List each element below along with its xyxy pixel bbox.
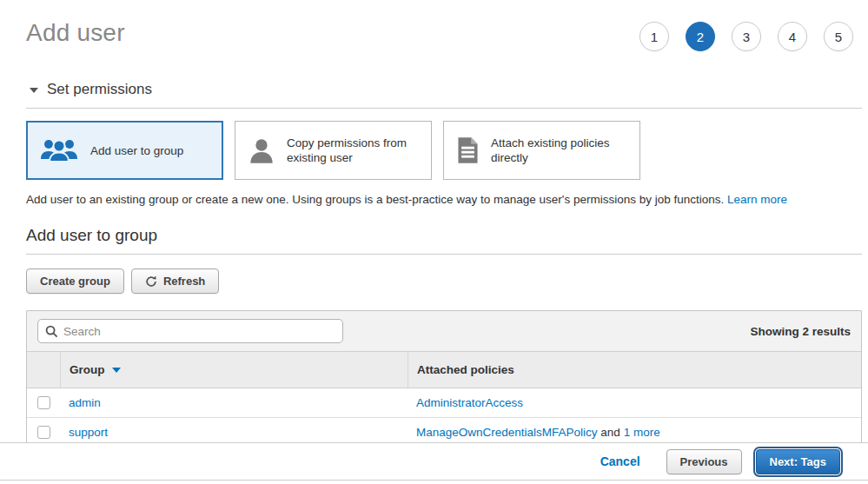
group-description: Add user to an existing group or create … (26, 193, 862, 206)
row-support-checkbox[interactable] (37, 426, 50, 439)
results-count: Showing 2 results (750, 325, 851, 338)
wizard-footer: Cancel Previous Next: Tags (0, 442, 868, 481)
policy-link-1-more[interactable]: 1 more (624, 426, 660, 439)
previous-button[interactable]: Previous (666, 449, 742, 474)
create-group-button[interactable]: Create group (26, 269, 124, 294)
group-link-admin[interactable]: admin (69, 396, 101, 409)
table-toolbar: Showing 2 results (27, 311, 861, 352)
search-icon (45, 325, 58, 338)
wizard-steps: 1 2 3 4 5 (639, 22, 862, 51)
column-header-policies-label: Attached policies (417, 363, 514, 376)
permission-option-cards: Add user to group Copy permissions from … (26, 121, 862, 180)
step-1[interactable]: 1 (639, 22, 669, 51)
step-5[interactable]: 5 (824, 22, 853, 51)
row-admin-checkbox[interactable] (37, 396, 50, 409)
column-header-attached-policies[interactable]: Attached policies (407, 352, 861, 388)
card-add-user-to-group[interactable]: Add user to group (26, 121, 223, 180)
step-4[interactable]: 4 (778, 22, 807, 51)
page-content: Add user 1 2 3 4 5 Set permissions (26, 0, 862, 448)
group-icon (39, 136, 79, 164)
refresh-button[interactable]: Refresh (131, 269, 219, 294)
search-box[interactable] (37, 319, 343, 343)
set-permissions-section-header[interactable]: Set permissions (26, 81, 862, 109)
table-row-admin: admin AdministratorAccess (27, 388, 861, 417)
set-permissions-label: Set permissions (47, 81, 152, 98)
page-title: Add user (26, 19, 125, 47)
card-copy-permissions-label: Copy permissions from existing user (287, 136, 422, 165)
card-attach-policies[interactable]: Attach existing policies directly (443, 121, 640, 180)
column-header-group-label: Group (70, 363, 105, 376)
column-header-group[interactable]: Group (60, 352, 407, 388)
policy-document-icon (456, 136, 480, 164)
card-attach-policies-label: Attach existing policies directly (491, 136, 631, 165)
table-header-row: Group Attached policies (27, 352, 861, 388)
policy-link-manageowncredentials[interactable]: ManageOwnCredentialsMFAPolicy (416, 426, 598, 439)
group-link-support[interactable]: support (69, 426, 108, 439)
search-input[interactable] (63, 325, 335, 338)
collapse-caret-icon (30, 88, 38, 93)
sort-descending-icon (112, 368, 121, 373)
step-3[interactable]: 3 (732, 22, 761, 51)
step-2-active[interactable]: 2 (686, 22, 715, 51)
card-add-user-to-group-label: Add user to group (90, 143, 183, 158)
refresh-label: Refresh (163, 275, 205, 288)
header-checkbox-cell (27, 352, 60, 388)
next-tags-button[interactable]: Next: Tags (756, 449, 841, 474)
groups-table: Showing 2 results Group Attached policie… (26, 310, 862, 448)
group-actions: Create group Refresh (26, 269, 862, 294)
group-description-text: Add user to an existing group or create … (26, 193, 727, 206)
refresh-icon (145, 275, 157, 288)
single-user-icon (248, 136, 275, 164)
policy-link-administratoraccess[interactable]: AdministratorAccess (416, 396, 523, 409)
page-header: Add user 1 2 3 4 5 (26, 19, 862, 51)
learn-more-link[interactable]: Learn more (727, 193, 787, 206)
cancel-link[interactable]: Cancel (600, 454, 640, 468)
add-user-to-group-heading: Add user to group (26, 226, 862, 255)
card-copy-permissions[interactable]: Copy permissions from existing user (235, 121, 432, 180)
policy-and-text: and (598, 426, 624, 439)
